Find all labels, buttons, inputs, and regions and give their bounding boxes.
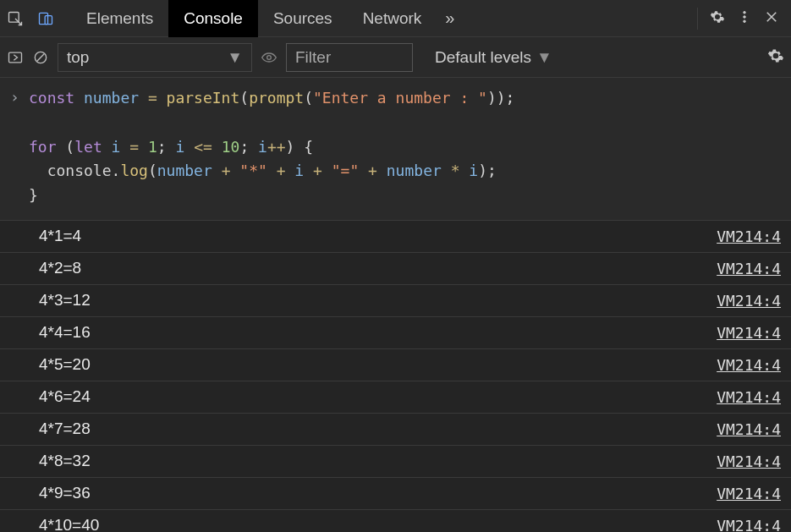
log-source-link[interactable]: VM214:4 — [717, 420, 781, 438]
log-message: 4*10=40 — [39, 516, 99, 532]
overflow-tabs-icon[interactable]: » — [437, 8, 463, 28]
log-message: 4*4=16 — [39, 323, 91, 342]
svg-point-3 — [744, 11, 746, 14]
log-source-link[interactable]: VM214:4 — [717, 388, 781, 406]
log-message: 4*5=20 — [39, 355, 91, 374]
console-input-row[interactable]: › const number = parseInt(prompt("Enter … — [0, 78, 791, 221]
log-row: 4*6=24VM214:4 — [0, 381, 791, 414]
svg-point-8 — [267, 55, 272, 59]
close-icon[interactable] — [764, 9, 779, 28]
log-row: 4*2=8VM214:4 — [0, 253, 791, 285]
clear-console-icon[interactable] — [32, 49, 49, 66]
log-source-link[interactable]: VM214:4 — [717, 452, 781, 470]
context-value: top — [67, 48, 89, 67]
console-toolbar: top ▼ Default levels ▼ — [0, 37, 791, 78]
svg-point-5 — [744, 19, 746, 22]
log-message: 4*7=28 — [39, 420, 91, 438]
svg-point-4 — [744, 15, 746, 18]
log-row: 4*9=36VM214:4 — [0, 478, 791, 510]
log-message: 4*8=32 — [39, 452, 91, 470]
svg-rect-6 — [9, 52, 22, 63]
tab-elements[interactable]: Elements — [71, 0, 168, 37]
log-source-link[interactable]: VM214:4 — [717, 260, 781, 277]
tab-sources[interactable]: Sources — [258, 0, 348, 37]
log-row: 4*1=4VM214:4 — [0, 221, 791, 253]
context-selector[interactable]: top ▼ — [58, 43, 252, 72]
log-source-link[interactable]: VM214:4 — [717, 292, 781, 310]
log-message: 4*1=4 — [39, 227, 81, 245]
svg-rect-2 — [45, 15, 52, 24]
source-code: const number = parseInt(prompt("Enter a … — [29, 86, 514, 208]
log-row: 4*4=16VM214:4 — [0, 317, 791, 349]
log-message: 4*3=12 — [39, 291, 91, 310]
chevron-down-icon: ▼ — [536, 48, 552, 67]
toggle-sidebar-icon[interactable] — [7, 49, 24, 66]
svg-rect-1 — [40, 13, 48, 24]
log-source-link[interactable]: VM214:4 — [717, 485, 781, 502]
log-message: 4*6=24 — [39, 387, 91, 406]
filter-input[interactable] — [286, 43, 413, 72]
device-toolbar-icon[interactable] — [30, 0, 61, 37]
tab-strip: ElementsConsoleSourcesNetwork — [71, 0, 437, 37]
inspect-element-icon[interactable] — [0, 0, 30, 37]
levels-label: Default levels — [435, 48, 531, 67]
log-row: 4*8=32VM214:4 — [0, 446, 791, 478]
log-row: 4*10=40VM214:4 — [0, 510, 791, 532]
log-row: 4*5=20VM214:4 — [0, 349, 791, 381]
log-source-link[interactable]: VM214:4 — [717, 517, 781, 532]
console-settings-icon[interactable] — [767, 47, 784, 68]
log-list: 4*1=4VM214:44*2=8VM214:44*3=12VM214:44*4… — [0, 221, 791, 532]
devtools-tabbar: ElementsConsoleSourcesNetwork » — [0, 0, 791, 37]
log-source-link[interactable]: VM214:4 — [717, 324, 781, 342]
separator — [697, 8, 698, 30]
log-levels-selector[interactable]: Default levels ▼ — [428, 48, 559, 67]
log-message: 4*2=8 — [39, 259, 81, 277]
log-row: 4*7=28VM214:4 — [0, 414, 791, 446]
settings-icon[interactable] — [710, 9, 725, 28]
kebab-menu-icon[interactable] — [737, 9, 752, 28]
log-source-link[interactable]: VM214:4 — [717, 228, 781, 245]
chevron-down-icon: ▼ — [227, 48, 243, 67]
log-row: 4*3=12VM214:4 — [0, 285, 791, 317]
tab-console[interactable]: Console — [168, 0, 258, 37]
tab-network[interactable]: Network — [348, 0, 437, 37]
prompt-caret-icon: › — [10, 86, 29, 208]
live-expression-icon[interactable] — [261, 49, 277, 66]
log-message: 4*9=36 — [39, 484, 91, 502]
console-body: › const number = parseInt(prompt("Enter … — [0, 78, 791, 532]
log-source-link[interactable]: VM214:4 — [717, 356, 781, 374]
